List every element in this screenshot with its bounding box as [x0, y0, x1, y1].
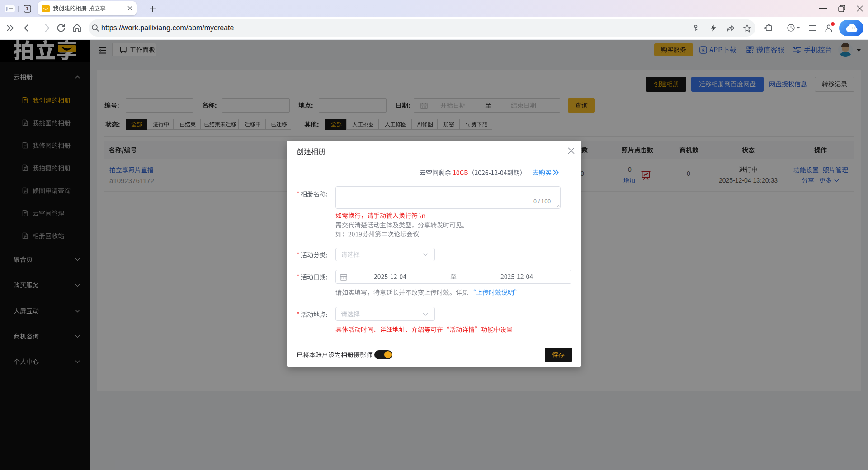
- svg-text:1: 1: [26, 6, 29, 11]
